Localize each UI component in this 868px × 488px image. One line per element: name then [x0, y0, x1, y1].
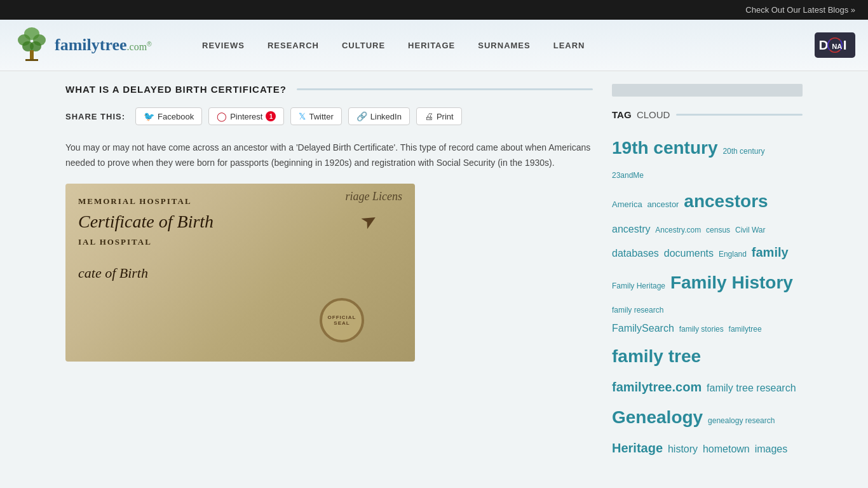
share-label: SHARE THIS: — [65, 112, 125, 121]
sidebar: TAG CLOUD 19th century 20th century 23an… — [612, 84, 803, 461]
linkedin-label: LinkedIn — [370, 112, 402, 121]
tag-word: CLOUD — [637, 109, 670, 120]
facebook-label: Facebook — [158, 112, 194, 121]
top-bar: Check Out Our Latest Blogs » — [0, 0, 868, 20]
print-icon: 🖨 — [424, 111, 433, 121]
tag-cloud-section: TAG CLOUD 19th century 20th century 23an… — [612, 109, 803, 461]
svg-rect-6 — [25, 59, 38, 61]
tag-family-tree-research[interactable]: family tree research — [707, 383, 796, 393]
tag-heritage[interactable]: Heritage — [612, 441, 663, 455]
cert-marriage-text: riage Licens — [346, 190, 403, 203]
tag-family[interactable]: family — [752, 245, 789, 259]
nav-culture[interactable]: CULTURE — [330, 36, 397, 55]
print-label: Print — [437, 112, 454, 121]
dna-icon: D NA I — [815, 32, 855, 58]
article-body: You may or may not have come across an a… — [65, 140, 593, 171]
header: familytree.com® REVIEWS RESEARCH CULTURE… — [0, 20, 868, 71]
tag-19th-century[interactable]: 19th century — [612, 138, 718, 158]
tag-census[interactable]: census — [706, 226, 730, 234]
tag-ancestrydotcom[interactable]: Ancestry.com — [655, 226, 701, 234]
twitter-share-button[interactable]: 𝕏 Twitter — [290, 107, 341, 125]
birth-certificate-image: MEMORIAL HOSPITAL Certificate of Birth I… — [65, 184, 415, 362]
nav-heritage[interactable]: HERITAGE — [397, 36, 466, 55]
pinterest-icon: ◯ — [217, 111, 227, 121]
page-title: WHAT IS A DELAYED BIRTH CERTIFICATE? — [65, 84, 287, 95]
linkedin-share-button[interactable]: 🔗 LinkedIn — [348, 107, 410, 125]
tag-familysearch[interactable]: FamilySearch — [612, 323, 674, 334]
tag-cloud-title: TAG CLOUD — [612, 109, 670, 120]
tag-databases[interactable]: databases — [612, 248, 659, 259]
logo-area[interactable]: familytree.com® — [13, 26, 165, 64]
tag-ancestry[interactable]: ancestry — [612, 224, 650, 234]
tag-family-history[interactable]: Family History — [670, 273, 793, 292]
logo-com-text: .com — [127, 41, 147, 52]
pinterest-share-button[interactable]: ◯ Pinterest 1 — [208, 107, 284, 125]
tag-family-research[interactable]: family research — [612, 306, 663, 315]
pinterest-count-badge: 1 — [266, 111, 276, 121]
tag-cloud: 19th century 20th century 23andMe Americ… — [612, 130, 803, 461]
cert-overlay: MEMORIAL HOSPITAL Certificate of Birth I… — [65, 184, 415, 362]
cert-seal: OFFICIALSEAL — [320, 298, 364, 342]
tag-familytree[interactable]: familytree — [729, 325, 762, 334]
pinterest-label: Pinterest — [230, 112, 262, 121]
dna-badge[interactable]: D NA I — [815, 32, 855, 58]
tag-20th-century[interactable]: 20th century — [722, 147, 764, 156]
tag-23andme[interactable]: 23andMe — [612, 171, 644, 180]
nav-learn[interactable]: LEARN — [542, 36, 597, 55]
sidebar-ad-placeholder — [612, 84, 803, 97]
tag-documents[interactable]: documents — [664, 248, 714, 259]
tag-cloud-header: TAG CLOUD — [612, 109, 803, 120]
svg-text:D: D — [818, 37, 828, 52]
linkedin-icon: 🔗 — [356, 111, 367, 121]
cert-footer-text: cate of Birth — [78, 265, 148, 281]
facebook-icon: 🐦 — [144, 111, 154, 121]
logo-brand: familytree.com® — [55, 36, 152, 55]
tag-genealogy-research[interactable]: genealogy research — [708, 416, 775, 425]
page-title-area: WHAT IS A DELAYED BIRTH CERTIFICATE? — [65, 84, 593, 95]
main-wrapper: WHAT IS A DELAYED BIRTH CERTIFICATE? SHA… — [53, 71, 815, 473]
share-section: SHARE THIS: 🐦 Facebook ◯ Pinterest 1 𝕏 T… — [65, 107, 593, 125]
title-divider — [297, 88, 593, 90]
tag-ancestor[interactable]: ancestor — [648, 200, 679, 209]
cert-arrow-icon: ➤ — [356, 207, 381, 234]
tag-family-tree[interactable]: family tree — [612, 346, 701, 366]
cert-subtitle-text: IAL HOSPITAL — [78, 237, 152, 247]
logo-name-text: familytree — [55, 36, 127, 54]
logo-reg-text: ® — [147, 41, 151, 48]
svg-rect-5 — [30, 50, 34, 60]
nav-surnames[interactable]: SURNAMES — [466, 36, 541, 55]
tag-hometown[interactable]: hometown — [703, 444, 750, 454]
top-bar-link[interactable]: Check Out Our Latest Blogs » — [745, 5, 855, 15]
print-share-button[interactable]: 🖨 Print — [416, 107, 462, 125]
tag-america[interactable]: America — [612, 200, 642, 209]
tag-label: TAG — [612, 109, 632, 120]
svg-text:NA: NA — [832, 43, 842, 50]
tag-family-heritage[interactable]: Family Heritage — [612, 281, 665, 290]
tag-familytree-com[interactable]: familytree.com — [612, 380, 702, 394]
tag-england[interactable]: England — [719, 250, 747, 259]
content-column: WHAT IS A DELAYED BIRTH CERTIFICATE? SHA… — [65, 84, 593, 461]
logo-tree-icon — [13, 26, 51, 64]
tag-civil-war[interactable]: Civil War — [735, 226, 766, 234]
main-nav: REVIEWS RESEARCH CULTURE HERITAGE SURNAM… — [191, 36, 815, 55]
nav-research[interactable]: RESEARCH — [256, 36, 330, 55]
tag-genealogy[interactable]: Genealogy — [612, 407, 703, 427]
tag-images[interactable]: images — [755, 444, 788, 454]
tag-family-stories[interactable]: family stories — [679, 325, 724, 334]
cert-hospital-text: MEMORIAL HOSPITAL — [78, 196, 192, 207]
twitter-label: Twitter — [309, 112, 333, 121]
svg-point-4 — [30, 41, 41, 51]
facebook-share-button[interactable]: 🐦 Facebook — [135, 107, 202, 125]
tag-ancestors[interactable]: ancestors — [684, 191, 768, 211]
tag-divider — [676, 114, 803, 116]
twitter-icon: 𝕏 — [299, 111, 306, 121]
svg-text:I: I — [843, 37, 847, 52]
tag-history[interactable]: history — [668, 444, 698, 454]
nav-reviews[interactable]: REVIEWS — [191, 36, 256, 55]
cert-title-text: Certificate of Birth — [78, 212, 214, 232]
